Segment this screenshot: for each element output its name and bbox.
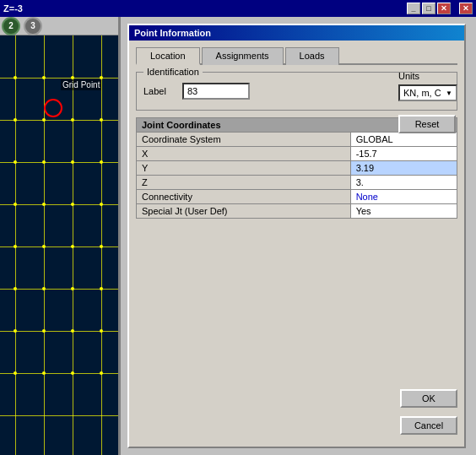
dialog-title: Point Information: [134, 28, 211, 38]
grid-dot: [14, 287, 17, 290]
bottom-buttons: OK Cancel: [400, 389, 457, 440]
z-label: Z: [137, 176, 351, 190]
table-row: Z 3.: [137, 176, 457, 190]
grid-dot: [100, 371, 103, 375]
canvas-area: 2 3: [0, 17, 118, 455]
maximize-button[interactable]: □: [422, 3, 435, 14]
grid-dot: [42, 371, 46, 375]
table-row: Special Jt (User Def) Yes: [137, 204, 457, 219]
dialog-body: Location Assignments Loads Identificatio…: [129, 41, 464, 447]
units-value: KN, m, C: [403, 88, 441, 98]
units-group: Units KN, m, C ▼: [398, 71, 457, 101]
point-circle-marker: [44, 99, 62, 117]
grid-dot: [100, 160, 103, 164]
grid-dot: [100, 287, 103, 290]
grid-dot: [100, 203, 103, 206]
grid-dot: [14, 203, 17, 206]
grid-dot: [71, 118, 74, 122]
toolbar-circle-3[interactable]: 3: [24, 17, 42, 35]
grid-dot: [100, 329, 103, 333]
label-input[interactable]: [182, 83, 250, 100]
grid-dot: [71, 160, 74, 164]
app-area: 2 3: [0, 17, 476, 455]
minimize-button[interactable]: _: [407, 3, 420, 14]
grid-dot: [14, 371, 17, 375]
outer-container: Z=-3 _ □ ✕ ✕ 2 3: [0, 0, 476, 455]
y-value: 3.19: [350, 161, 457, 176]
grid-dot: [42, 76, 46, 79]
table-row: Y 3.19: [137, 161, 457, 176]
grid-dot: [42, 245, 46, 248]
select-arrow-icon: ▼: [446, 89, 452, 97]
grid-line-h9: [0, 415, 118, 416]
tab-assignments[interactable]: Assignments: [202, 47, 284, 65]
units-label: Units: [398, 71, 419, 81]
grid-dot: [14, 118, 17, 122]
dialog-box: Point Information Location Assignments L…: [127, 24, 466, 448]
title-bar: Z=-3 _ □ ✕ ✕: [0, 0, 476, 17]
grid-dot: [42, 160, 46, 164]
grid-dot: [100, 118, 103, 122]
grid-dot: [71, 245, 74, 248]
connectivity-label: Connectivity: [137, 190, 351, 204]
grid-dot: [14, 329, 17, 333]
table-row: Connectivity None: [137, 190, 457, 204]
units-select[interactable]: KN, m, C ▼: [398, 84, 457, 101]
cancel-button[interactable]: Cancel: [400, 416, 457, 435]
identification-label: Identification: [143, 67, 203, 77]
y-label: Y: [137, 161, 351, 176]
dialog-wrapper: Point Information Location Assignments L…: [121, 17, 476, 455]
grid-dot: [71, 329, 74, 333]
window-title: Z=-3: [3, 3, 23, 14]
grid-dot: [71, 371, 74, 375]
canvas-toolbar: 2 3: [0, 17, 118, 35]
grid-dot: [42, 287, 46, 290]
grid-dot: [42, 118, 46, 122]
toolbar-circle-2[interactable]: 2: [2, 17, 20, 35]
grid-dot: [42, 329, 46, 333]
grid-dot: [71, 287, 74, 290]
ok-button[interactable]: OK: [400, 389, 457, 408]
connectivity-value: None: [350, 190, 457, 204]
grid-point-label: Grid Point: [61, 79, 101, 90]
grid-dot: [14, 160, 17, 164]
grid-dot: [42, 203, 46, 206]
units-panel: Units KN, m, C ▼ Reset: [398, 71, 457, 138]
grid-dot: [14, 76, 17, 79]
title-bar-buttons: _ □ ✕ ✕: [407, 3, 473, 14]
special-jt-label: Special Jt (User Def): [137, 204, 351, 219]
z-value: 3.: [350, 176, 457, 190]
special-jt-value: Yes: [350, 204, 457, 219]
reset-button[interactable]: Reset: [398, 115, 456, 133]
coord-system-label: Coordinate System: [137, 133, 351, 147]
close-button[interactable]: ✕: [437, 3, 451, 14]
table-row: X -15.7: [137, 147, 457, 161]
tab-location[interactable]: Location: [136, 47, 200, 65]
tabs-container: Location Assignments Loads: [136, 46, 457, 65]
close2-button[interactable]: ✕: [459, 3, 473, 14]
x-value: -15.7: [350, 147, 457, 161]
canvas-grid: Grid Point: [0, 35, 118, 455]
x-label: X: [137, 147, 351, 161]
grid-dot: [100, 245, 103, 248]
label-field-label: Label: [143, 86, 177, 96]
dialog-titlebar: Point Information: [129, 25, 464, 41]
grid-dot: [14, 245, 17, 248]
tab-loads[interactable]: Loads: [285, 47, 339, 65]
grid-dot: [71, 203, 74, 206]
